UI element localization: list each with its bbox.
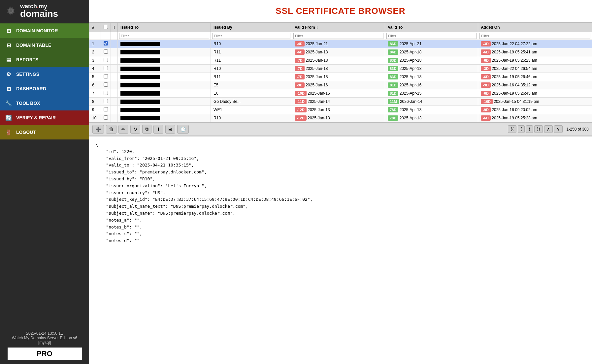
row-checkbox[interactable] — [104, 91, 108, 95]
add-button[interactable]: ➕ — [92, 125, 104, 134]
sidebar-item-settings[interactable]: ⚙ SETTINGS — [0, 67, 89, 81]
cell-check[interactable] — [101, 98, 111, 106]
cell-issued-to — [118, 48, 211, 56]
col-header-excl: ! — [111, 23, 118, 32]
filter-valid-from[interactable] — [293, 33, 383, 39]
sidebar-item-domain-monitor[interactable]: ⊞ DOMAIN MONITOR — [0, 23, 89, 38]
cell-check[interactable] — [101, 89, 111, 98]
copy-button[interactable]: ⧉ — [142, 125, 151, 134]
cell-issued-by: R11 — [211, 56, 292, 65]
cell-valid-to: 83D 2025-Apr-18 — [385, 73, 478, 81]
cell-check[interactable] — [101, 73, 111, 81]
sidebar-footer: 2025-01-24 13:50:11 Watch My Domains Ser… — [0, 327, 89, 364]
table-row[interactable]: 5 R11 -7D 2025-Jan-18 83D 2025-Apr-18 -6… — [89, 73, 592, 81]
row-checkbox[interactable] — [104, 58, 108, 62]
added-on-badge: -3D — [481, 66, 491, 71]
cell-check[interactable] — [101, 40, 111, 48]
valid-to-date: 2025-Apr-16 — [400, 83, 422, 87]
valid-to-badge: 84D — [388, 49, 398, 55]
prev-page-button[interactable]: ⟨ — [518, 125, 525, 133]
cell-issued-to — [118, 106, 211, 114]
sidebar-item-reports[interactable]: ▤ REPORTS — [0, 52, 89, 67]
cell-num: 3 — [89, 56, 101, 65]
sidebar-item-toolbox[interactable]: 🔧 TOOL BOX — [0, 96, 89, 110]
cell-check[interactable] — [101, 56, 111, 65]
filter-issued-by[interactable] — [212, 33, 290, 39]
added-on-badge: -6D — [481, 115, 491, 121]
cell-valid-from: -11D 2025-Jan-14 — [292, 98, 385, 106]
cell-added-on: -3D 2025-Jan-22 04:26:54 am — [478, 65, 592, 73]
row-checkbox[interactable] — [104, 74, 108, 78]
next-page-button[interactable]: ⟩ — [526, 125, 533, 133]
filter-added-on[interactable] — [479, 33, 590, 39]
added-on-badge: -6D — [481, 91, 491, 96]
sidebar-item-label: VERIFY & REPAIR — [16, 115, 56, 120]
cell-issued-by: E5 — [211, 81, 292, 89]
clock-button[interactable]: 🕐 — [177, 125, 189, 134]
toolbox-icon: 🔧 — [5, 100, 12, 107]
row-checkbox[interactable] — [104, 99, 108, 103]
sidebar-item-label: DASHBOARD — [16, 86, 46, 91]
added-on-badge: -10D — [481, 99, 493, 104]
cell-issued-by: R10 — [211, 65, 292, 73]
cell-num: 2 — [89, 48, 101, 56]
valid-to-badge: 81D — [388, 82, 398, 88]
cell-added-on: -6D 2025-Jan-19 05:25:41 am — [478, 48, 592, 56]
sidebar-item-logout[interactable]: 🚪 LOGOUT — [0, 125, 89, 139]
grid-button[interactable]: ⊞ — [165, 125, 175, 134]
select-all-checkbox[interactable] — [104, 25, 108, 29]
cell-issued-to — [118, 56, 211, 65]
sort-down-button[interactable]: ∨ — [554, 125, 563, 133]
table-row[interactable]: 9 WE1 -12D 2025-Jan-13 78D 2025-Apr-13 -… — [89, 106, 592, 114]
cell-excl — [111, 106, 118, 114]
valid-from-badge: -10D — [295, 91, 307, 96]
row-checkbox[interactable] — [104, 66, 108, 70]
last-page-button[interactable]: ⟩⟩ — [534, 125, 543, 133]
first-page-button[interactable]: ⟨⟨ — [508, 125, 516, 133]
sidebar-item-domain-table[interactable]: ⊟ DOMAIN TABLE — [0, 38, 89, 52]
table-row[interactable]: 3 R11 -7D 2025-Jan-18 83D 2025-Apr-18 -6… — [89, 56, 592, 65]
filter-valid-to[interactable] — [386, 33, 477, 39]
edit-button[interactable]: ✏ — [118, 125, 128, 134]
filter-issued-to[interactable] — [119, 33, 209, 39]
table-row[interactable]: 8 Go Daddy Se... -11D 2025-Jan-14 11M 20… — [89, 98, 592, 106]
cell-issued-to — [118, 40, 211, 48]
sort-up-button[interactable]: ∧ — [544, 125, 553, 133]
cell-check[interactable] — [101, 65, 111, 73]
sidebar-item-dashboard[interactable]: ⊞ DASHBOARD — [0, 81, 89, 96]
cell-check[interactable] — [101, 114, 111, 122]
valid-from-badge: -4D — [295, 41, 305, 46]
table-row[interactable]: 4 R10 -7D 2025-Jan-18 83D 2025-Apr-18 -3… — [89, 65, 592, 73]
cell-valid-from: -12D 2025-Jan-13 — [292, 106, 385, 114]
cell-num: 7 — [89, 89, 101, 98]
valid-to-date: 2025-Apr-18 — [400, 66, 422, 71]
cell-excl — [111, 81, 118, 89]
row-checkbox[interactable] — [104, 41, 108, 46]
refresh-button[interactable]: ↻ — [130, 125, 140, 134]
sidebar-item-label: LOGOUT — [16, 130, 36, 135]
col-header-valid-from[interactable]: Valid From ↕ — [292, 23, 385, 32]
table-row[interactable]: 1 R10 -4D 2025-Jan-21 86D 2025-Apr-21 -3… — [89, 40, 592, 48]
table-row[interactable]: 10 R10 -12D 2025-Jan-13 78D 2025-Apr-13 … — [89, 114, 592, 122]
col-header-issued-to: Issued To — [118, 23, 211, 32]
row-checkbox[interactable] — [104, 49, 108, 54]
added-on-badge: -3D — [481, 41, 491, 46]
row-checkbox[interactable] — [104, 115, 108, 120]
page-info: 1-250 of 303 — [567, 127, 589, 132]
cell-valid-from: -12D 2025-Jan-13 — [292, 114, 385, 122]
cell-excl — [111, 73, 118, 81]
pro-badge: PRO — [8, 348, 82, 360]
download-button[interactable]: ⬇ — [153, 125, 163, 134]
row-checkbox[interactable] — [104, 82, 108, 87]
delete-button[interactable]: 🗑 — [106, 125, 116, 134]
table-row[interactable]: 2 R11 -6D 2025-Jan-18 84D 2025-Apr-18 -6… — [89, 48, 592, 56]
cell-check[interactable] — [101, 106, 111, 114]
table-row[interactable]: 7 E6 -10D 2025-Jan-15 81D 2025-Apr-15 -6… — [89, 89, 592, 98]
sidebar-item-verify[interactable]: 🔄 VERIFY & REPAIR — [0, 110, 89, 125]
table-row[interactable]: 6 E5 -9D 2025-Jan-16 81D 2025-Apr-16 -9D… — [89, 81, 592, 89]
valid-to-date: 2025-Apr-15 — [400, 91, 422, 96]
cell-check[interactable] — [101, 48, 111, 56]
logo-text: watch.my domains — [20, 3, 58, 18]
row-checkbox[interactable] — [104, 107, 108, 111]
cell-check[interactable] — [101, 81, 111, 89]
